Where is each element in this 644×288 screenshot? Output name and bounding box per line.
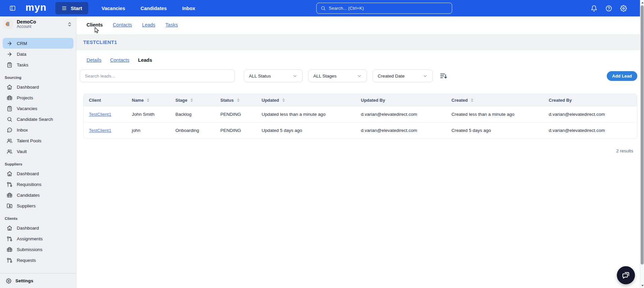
status-filter-select[interactable]: ALL Status bbox=[244, 69, 303, 82]
sort-updown-icon[interactable] bbox=[470, 98, 474, 102]
cell-created_by: d.varian@elevatedirect.com bbox=[543, 123, 637, 138]
column-header-stage[interactable]: Stage bbox=[170, 94, 215, 106]
tab-tasks[interactable]: Tasks bbox=[165, 22, 178, 28]
sidebar-item-label: Requisitions bbox=[17, 182, 42, 187]
branch-icon bbox=[7, 182, 12, 187]
settings-gear-icon[interactable] bbox=[620, 5, 627, 12]
sidebar-item-label: CRM bbox=[17, 41, 27, 46]
topbar-link-vacancies[interactable]: Vacancies bbox=[96, 3, 130, 14]
sidebar-item-candidate-search[interactable]: Candidate Search bbox=[3, 114, 73, 125]
sidebar-toggle-icon[interactable] bbox=[7, 3, 18, 14]
sidebar-item-label: Vault bbox=[17, 149, 27, 154]
briefcase-icon bbox=[7, 247, 12, 252]
column-label: Stage bbox=[175, 98, 187, 103]
sidebar-item-label: Inbox bbox=[17, 128, 28, 133]
cell-updated: Updated 5 days ago bbox=[256, 123, 356, 138]
sidebar-item-label: Candidate Search bbox=[17, 117, 53, 122]
home-icon bbox=[7, 84, 12, 90]
topbar-nav: VacanciesCandidatesInbox bbox=[96, 3, 205, 14]
client-link[interactable]: TestClient1 bbox=[89, 112, 111, 117]
sort-by-value: Created Date bbox=[378, 74, 405, 79]
chevron-down-icon bbox=[423, 74, 428, 79]
column-header-status[interactable]: Status bbox=[215, 94, 256, 106]
cell-stage: Onboarding bbox=[170, 123, 215, 138]
sidebar-item-clients-dashboard[interactable]: Dashboard bbox=[3, 223, 73, 233]
tab-leads[interactable]: Leads bbox=[142, 22, 156, 28]
arrow-right-icon bbox=[7, 41, 12, 46]
chevron-down-icon bbox=[357, 74, 362, 79]
column-label: Client bbox=[89, 98, 101, 103]
tab-clients[interactable]: Clients bbox=[87, 22, 103, 28]
chat-widget-button[interactable] bbox=[617, 266, 635, 284]
sidebar-item-settings[interactable]: Settings bbox=[0, 273, 76, 288]
sidebar-item-sourcing-dashboard[interactable]: Dashboard bbox=[3, 82, 73, 92]
magnifier-icon bbox=[7, 116, 12, 122]
sidebar-item-label: Candidates bbox=[17, 193, 40, 198]
sort-updown-icon[interactable] bbox=[190, 98, 194, 102]
sidebar-item-label: Dashboard bbox=[17, 171, 39, 176]
client-link[interactable]: TestClient1 bbox=[89, 128, 111, 133]
column-header-name[interactable]: Name bbox=[126, 94, 170, 106]
client-title-link[interactable]: TESTCLIENT1 bbox=[83, 40, 117, 45]
notifications-bell-icon[interactable] bbox=[590, 5, 598, 12]
status-filter-value: ALL Status bbox=[249, 74, 271, 79]
sidebar-item-label: Data bbox=[17, 52, 26, 57]
sort-updown-icon[interactable] bbox=[281, 98, 286, 102]
scroll-down-arrow[interactable] bbox=[640, 283, 644, 287]
cell-updated_by: d.varian@elevatedirect.com bbox=[356, 123, 446, 138]
page-scrollbar[interactable] bbox=[640, 0, 644, 288]
sidebar-item-projects[interactable]: Projects bbox=[3, 92, 73, 103]
subtab-leads[interactable]: Leads bbox=[138, 57, 152, 63]
stage-filter-select[interactable]: ALL Stages bbox=[308, 69, 367, 82]
column-label: Status bbox=[220, 98, 234, 103]
topbar-link-candidates[interactable]: Candidates bbox=[135, 3, 172, 14]
arrow-right-icon bbox=[7, 51, 12, 57]
help-icon[interactable] bbox=[605, 5, 612, 12]
tab-contacts[interactable]: Contacts bbox=[113, 22, 132, 28]
sort-direction-icon[interactable] bbox=[438, 71, 448, 81]
sort-by-select[interactable]: Created Date bbox=[373, 69, 433, 82]
sidebar-item-talent-pools[interactable]: Talent Pools bbox=[3, 135, 73, 146]
subtab-contacts[interactable]: Contacts bbox=[110, 57, 129, 63]
sidebar-item-crm[interactable]: CRM bbox=[3, 38, 73, 49]
home-icon bbox=[7, 225, 12, 231]
cell-client: TestClient1 bbox=[84, 106, 126, 122]
column-label: Name bbox=[132, 98, 144, 103]
add-lead-button[interactable]: Add Lead bbox=[607, 71, 637, 81]
cell-updated: Updated less than a minute ago bbox=[256, 106, 356, 122]
cell-client: TestClient1 bbox=[84, 123, 126, 138]
sidebar-item-inbox[interactable]: Inbox bbox=[3, 125, 73, 135]
sort-updown-icon[interactable] bbox=[236, 98, 240, 102]
global-search[interactable] bbox=[316, 3, 452, 14]
sidebar-item-vault[interactable]: Vault bbox=[3, 146, 73, 157]
sidebar-item-suppliers[interactable]: Suppliers bbox=[3, 200, 73, 211]
sidebar-item-label: Assignments bbox=[17, 236, 43, 241]
start-button[interactable]: Start bbox=[55, 2, 88, 14]
global-search-input[interactable] bbox=[329, 6, 448, 11]
sidebar-item-tasks[interactable]: Tasks bbox=[3, 59, 73, 70]
sidebar-item-label: Tasks bbox=[17, 62, 29, 67]
sidebar-item-suppliers-dashboard[interactable]: Dashboard bbox=[3, 168, 73, 179]
scroll-up-arrow[interactable] bbox=[640, 1, 644, 5]
account-switcher[interactable]: DemoCo Account bbox=[0, 16, 76, 32]
subtab-details[interactable]: Details bbox=[87, 57, 101, 63]
sidebar-item-vacancies[interactable]: Vacancies bbox=[3, 103, 73, 114]
sidebar-item-assignments[interactable]: Assignments bbox=[3, 233, 73, 244]
sidebar-item-candidates[interactable]: Candidates bbox=[3, 190, 73, 200]
sidebar-item-requests[interactable]: Requests bbox=[3, 255, 73, 266]
sidebar-item-data[interactable]: Data bbox=[3, 49, 73, 59]
leads-search-input[interactable] bbox=[80, 69, 235, 82]
column-header-created[interactable]: Created bbox=[446, 94, 543, 106]
table-row: TestClient1johnOnboardingPENDINGUpdated … bbox=[84, 122, 637, 138]
cell-created: Created less than a minute ago bbox=[446, 106, 543, 122]
topbar-link-inbox[interactable]: Inbox bbox=[177, 3, 201, 14]
client-subtabs: DetailsContactsLeads bbox=[76, 55, 644, 65]
sidebar-item-label: Requests bbox=[17, 258, 36, 263]
column-label: Updated bbox=[262, 98, 279, 103]
sidebar-item-submissions[interactable]: Submissions bbox=[3, 244, 73, 255]
cell-status: PENDING bbox=[215, 106, 256, 122]
sidebar-item-requisitions[interactable]: Requisitions bbox=[3, 179, 73, 190]
sort-updown-icon[interactable] bbox=[146, 98, 150, 102]
column-header-updated[interactable]: Updated bbox=[256, 94, 356, 106]
scrollbar-thumb[interactable] bbox=[641, 5, 644, 265]
